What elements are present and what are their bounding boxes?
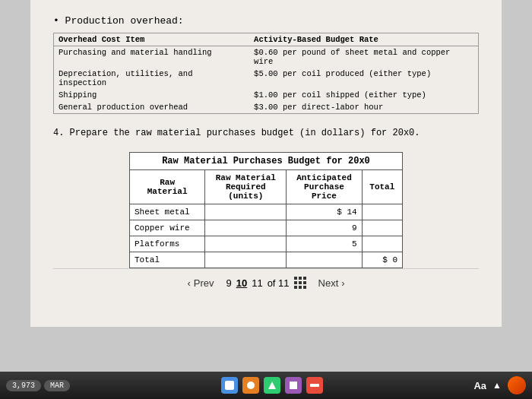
budget-table-wrapper: Raw Material Purchases Budget for 20x0 R… — [129, 152, 403, 268]
prev-arrow-icon: ‹ — [187, 277, 190, 289]
page-11[interactable]: 11 — [252, 277, 262, 289]
question-4: 4. Prepare the raw material purchases bu… — [53, 128, 479, 138]
overhead-rate-2: $5.00 per coil produced (either type) — [249, 68, 478, 89]
aa-label: Aa — [473, 380, 486, 391]
month-pill: MAR — [44, 380, 70, 391]
budget-total-2 — [362, 220, 402, 236]
taskbar-icon-1[interactable] — [221, 377, 238, 394]
budget-row-copper-wire: Copper wire 9 — [130, 220, 403, 236]
budget-required-total — [205, 252, 287, 268]
budget-material-3: Platforms — [130, 236, 205, 252]
page-10-current[interactable]: 10 — [236, 277, 247, 289]
taskbar-icon-3[interactable] — [264, 377, 280, 394]
svg-marker-2 — [268, 382, 276, 389]
taskbar-icon-4[interactable] — [285, 377, 302, 394]
prev-label: Prev — [194, 277, 214, 289]
overhead-header-row: Overhead Cost Item Activity-Based Budget… — [54, 33, 479, 46]
question-number: 4. — [53, 128, 64, 138]
budget-price-3: 5 — [287, 236, 362, 252]
budget-row-platforms: Platforms 5 — [130, 236, 403, 252]
overhead-row-3: Shipping $1.00 per coil shipped (either … — [54, 89, 479, 101]
budget-col-material: RawMaterial — [130, 170, 205, 204]
next-arrow-icon: › — [341, 277, 344, 289]
svg-point-1 — [247, 382, 255, 389]
overhead-row-4: General production overhead $3.00 per di… — [54, 101, 479, 114]
question-text: Prepare the raw material purchases budge… — [70, 128, 420, 138]
overhead-row-2: Depreciation, utilities, and inspection … — [54, 68, 479, 89]
next-label: Next — [318, 277, 339, 289]
taskbar-icon-5[interactable] — [306, 377, 323, 394]
counter-value: 3,973 — [12, 382, 35, 390]
budget-required-3 — [205, 236, 287, 252]
budget-row-total: Total $ 0 — [130, 252, 403, 268]
total-pages-label: of 11 — [268, 277, 290, 289]
budget-price-total — [287, 252, 362, 268]
month-label: MAR — [50, 382, 64, 390]
budget-total-3 — [362, 236, 402, 252]
counter-pill: 3,973 — [6, 380, 41, 391]
budget-material-2: Copper wire — [130, 220, 205, 236]
svg-rect-3 — [290, 382, 297, 389]
budget-table-title: Raw Material Purchases Budget for 20x0 — [129, 152, 403, 169]
overhead-rate-4: $3.00 per direct-labor hour — [249, 101, 478, 114]
overhead-table: Overhead Cost Item Activity-Based Budget… — [53, 33, 479, 114]
prev-button[interactable]: ‹ Prev — [187, 277, 214, 289]
taskbar: 3,973 MAR Aa ▲ — [0, 372, 532, 399]
taskbar-left: 3,973 MAR — [6, 380, 70, 391]
budget-grand-total: $ 0 — [362, 252, 402, 268]
budget-total-1 — [362, 204, 402, 220]
budget-price-1: $ 14 — [287, 204, 362, 220]
budget-material-1: Sheet metal — [130, 204, 205, 220]
overhead-rate-1: $0.60 per pound of sheet metal and coppe… — [249, 46, 478, 68]
overhead-item-2: Depreciation, utilities, and inspection — [54, 68, 250, 89]
budget-material-total: Total — [130, 252, 205, 268]
budget-required-2 — [205, 220, 287, 236]
next-button[interactable]: Next › — [318, 277, 345, 289]
budget-table: Raw Material Purchases Budget for 20x0 R… — [129, 152, 403, 268]
budget-col-total: Total — [362, 170, 402, 204]
budget-row-sheet-metal: Sheet metal $ 14 — [130, 204, 403, 220]
production-overhead-section: • Production overhead: Overhead Cost Ite… — [53, 15, 479, 114]
section-title: • Production overhead: — [53, 15, 479, 27]
svg-rect-0 — [225, 381, 234, 390]
overhead-col1-header: Overhead Cost Item — [54, 33, 250, 46]
budget-col-required: Raw MaterialRequired(units) — [205, 170, 287, 204]
budget-required-1 — [205, 204, 287, 220]
overhead-item-3: Shipping — [54, 89, 250, 101]
page-numbers: 9 10 11 of 11 — [226, 277, 306, 289]
overhead-row-1: Purchasing and material handling $0.60 p… — [54, 46, 479, 68]
overhead-col2-header: Activity-Based Budget Rate — [249, 33, 478, 46]
taskbar-center — [74, 377, 469, 394]
budget-price-2: 9 — [287, 220, 362, 236]
taskbar-avatar[interactable] — [508, 376, 526, 394]
overhead-item-1: Purchasing and material handling — [54, 46, 250, 68]
budget-col-price: AnticipatedPurchasePrice — [287, 170, 362, 204]
wifi-icon: ▲ — [492, 380, 502, 391]
main-content: • Production overhead: Overhead Cost Ite… — [30, 0, 502, 327]
taskbar-right: Aa ▲ — [473, 376, 526, 394]
page-9[interactable]: 9 — [226, 277, 231, 289]
grid-icon[interactable] — [294, 277, 306, 289]
budget-section: Raw Material Purchases Budget for 20x0 R… — [53, 152, 479, 268]
overhead-rate-3: $1.00 per coil shipped (either type) — [249, 89, 478, 101]
svg-rect-4 — [310, 384, 319, 387]
budget-header-row: RawMaterial Raw MaterialRequired(units) … — [130, 170, 403, 204]
overhead-item-4: General production overhead — [54, 101, 250, 114]
taskbar-icon-2[interactable] — [242, 377, 259, 394]
navigation-bar: ‹ Prev 9 10 11 of 11 Next › — [53, 268, 479, 293]
